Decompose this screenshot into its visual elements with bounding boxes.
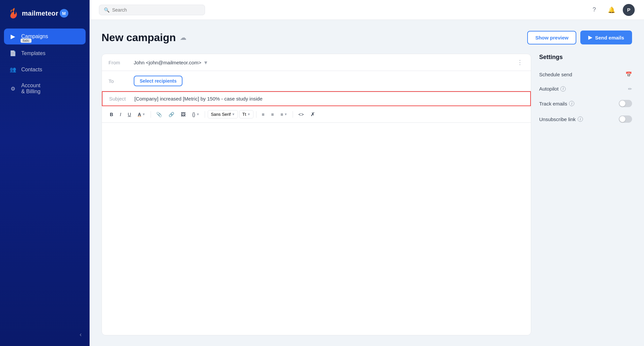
collapse-button[interactable]: ‹ (77, 330, 84, 339)
campaigns-icon: ▶ (9, 33, 17, 40)
toolbar-color-button[interactable]: A ▼ (135, 110, 148, 119)
from-value: John <john@mailmeteor.com> ▼ (134, 60, 208, 65)
settings-title: Settings (539, 54, 632, 61)
sidebar: mailmeteor M ▶ Campaigns Italic 📄 Templa… (0, 0, 90, 346)
toolbar-font-size-select[interactable]: Tt ▼ (239, 110, 253, 118)
font-chevron-icon: ▼ (232, 112, 235, 116)
templates-icon: 📄 (9, 50, 17, 56)
clear-formatting-icon: ✗ (311, 111, 315, 117)
color-chevron-icon: ▼ (142, 112, 145, 116)
to-label: To (108, 78, 128, 84)
unordered-list-icon: ≡ (271, 112, 274, 117)
settings-schedule-send: Schedule send 📅 (539, 67, 632, 82)
sidebar-item-contacts-label: Contacts (21, 67, 42, 73)
subject-label: Subject (109, 96, 129, 102)
logo-text: mailmeteor (22, 10, 58, 17)
toolbar-bold-button[interactable]: B (107, 110, 116, 119)
help-icon: ? (593, 6, 596, 13)
sidebar-item-account-billing[interactable]: ⚙ Account& Billing (4, 78, 86, 99)
email-composer: From John <john@mailmeteor.com> ▼ ⋮ To S… (102, 54, 531, 335)
email-body-editor[interactable] (102, 123, 531, 335)
help-button[interactable]: ? (588, 4, 600, 16)
sidebar-item-campaigns[interactable]: ▶ Campaigns Italic (4, 29, 86, 44)
subject-input[interactable] (134, 96, 524, 102)
subject-field: Subject (102, 91, 531, 106)
sidebar-item-contacts[interactable]: 👥 Contacts (4, 62, 86, 77)
text-color-icon: A (138, 112, 141, 117)
image-icon: 🖼 (181, 112, 185, 117)
topbar: 🔍 ? 🔔 P (90, 0, 644, 20)
cloud-save-icon: ☁ (180, 34, 186, 41)
account-billing-icon: ⚙ (9, 86, 17, 92)
from-field: From John <john@mailmeteor.com> ▼ ⋮ (102, 54, 531, 71)
sidebar-nav: ▶ Campaigns Italic 📄 Templates 👥 Contact… (0, 29, 90, 323)
toolbar-divider-3 (256, 111, 256, 118)
sidebar-collapse-area: ‹ (0, 323, 90, 346)
avatar[interactable]: P (623, 4, 635, 16)
from-field-actions: ⋮ (516, 59, 524, 66)
track-emails-info-icon[interactable]: i (569, 101, 574, 106)
send-emails-button[interactable]: ▶ Send emails (580, 31, 632, 44)
toolbar-code-button[interactable]: {} ▼ (189, 110, 202, 119)
send-icon: ▶ (588, 35, 592, 40)
to-field: To Select recipients (102, 71, 531, 91)
align-chevron-icon: ▼ (284, 112, 287, 116)
schedule-send-calendar-icon[interactable]: 📅 (625, 71, 632, 78)
from-label: From (108, 60, 128, 65)
select-recipients-button[interactable]: Select recipients (134, 76, 182, 86)
toolbar-link-button[interactable]: 🔗 (166, 110, 177, 119)
ordered-list-icon: ≡ (262, 112, 264, 117)
toolbar-divider-2 (205, 111, 205, 118)
toolbar-align-button[interactable]: ≡ ▼ (278, 110, 290, 119)
toolbar-font-select[interactable]: Sans Serif ▼ (208, 110, 238, 118)
search-input[interactable] (112, 7, 200, 13)
sidebar-item-account-billing-label: Account& Billing (21, 83, 40, 95)
logo-badge: M (60, 9, 68, 18)
sidebar-item-templates[interactable]: 📄 Templates (4, 46, 86, 61)
link-icon: 🔗 (169, 112, 174, 117)
font-size-chevron-icon: ▼ (247, 112, 250, 116)
toolbar-clear-button[interactable]: ✗ (308, 109, 318, 119)
notifications-button[interactable]: 🔔 (606, 4, 617, 16)
sidebar-item-templates-label: Templates (21, 50, 45, 56)
logo-area: mailmeteor M (0, 0, 90, 29)
header-actions: Show preview ▶ Send emails (527, 31, 632, 44)
topbar-actions: ? 🔔 P (588, 4, 635, 16)
campaigns-badge: Italic (21, 38, 32, 43)
track-emails-label: Track emails i (539, 101, 574, 106)
page-header: New campaign ☁ Show preview ▶ Send email… (102, 31, 632, 44)
more-options-button[interactable]: ⋮ (516, 58, 524, 67)
editor-layout: From John <john@mailmeteor.com> ▼ ⋮ To S… (102, 54, 632, 335)
page-title-row: New campaign ☁ (102, 32, 186, 44)
toolbar-attach-button[interactable]: 📎 (154, 110, 165, 119)
unsubscribe-link-toggle[interactable] (619, 115, 632, 123)
contacts-icon: 👥 (9, 66, 17, 73)
font-label: Sans Serif (211, 112, 231, 117)
search-box[interactable]: 🔍 (99, 5, 205, 15)
toolbar-image-button[interactable]: 🖼 (178, 110, 188, 119)
autopilot-info-icon[interactable]: i (560, 86, 566, 92)
toolbar-divider-1 (151, 111, 151, 118)
page-content: New campaign ☁ Show preview ▶ Send email… (90, 20, 644, 346)
editor-toolbar: B I U A ▼ 📎 🔗 🖼 (102, 106, 531, 123)
unsubscribe-link-label: Unsubscribe link i (539, 116, 583, 122)
autopilot-pencil-icon[interactable]: ✏ (628, 86, 632, 92)
toolbar-unordered-list-button[interactable]: ≡ (268, 110, 276, 119)
toolbar-underline-button[interactable]: U (125, 110, 134, 119)
align-icon: ≡ (280, 112, 283, 117)
logo-flame-icon (8, 7, 19, 19)
unsubscribe-link-info-icon[interactable]: i (578, 116, 583, 122)
settings-panel: Settings Schedule send 📅 Autopilot i ✏ (539, 54, 632, 335)
toolbar-italic-button[interactable]: I (117, 110, 124, 119)
toolbar-html-button[interactable]: <> (296, 110, 306, 119)
html-icon: <> (298, 112, 304, 117)
show-preview-button[interactable]: Show preview (527, 31, 576, 44)
track-emails-toggle[interactable] (619, 100, 632, 107)
font-size-label: Tt (242, 112, 246, 117)
search-icon: 🔍 (104, 7, 109, 13)
page-title: New campaign (102, 32, 176, 44)
toolbar-ordered-list-button[interactable]: ≡ (259, 110, 267, 119)
code-chevron-icon: ▼ (196, 112, 200, 116)
autopilot-label: Autopilot i (539, 86, 566, 92)
settings-unsubscribe-link: Unsubscribe link i (539, 111, 632, 127)
